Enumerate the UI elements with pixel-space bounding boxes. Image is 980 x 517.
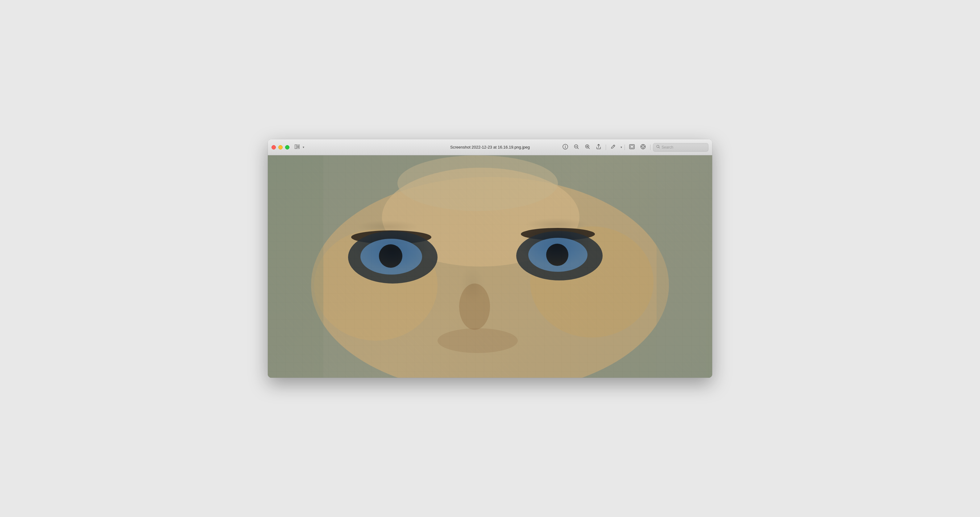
svg-rect-42 (268, 155, 323, 378)
minimize-button[interactable] (278, 145, 283, 150)
titlebar: ▾ Screenshot 2022-12-23 at 16.16.19.png.… (268, 139, 712, 155)
svg-line-14 (589, 148, 590, 149)
svg-line-10 (578, 148, 579, 149)
svg-point-7 (565, 145, 566, 146)
svg-line-15 (613, 145, 614, 147)
sidebar-toggle-button[interactable] (293, 143, 302, 152)
search-input[interactable] (662, 145, 705, 150)
svg-rect-17 (630, 145, 633, 148)
svg-point-38 (546, 244, 568, 266)
window-title: Screenshot 2022-12-23 at 16.16.19.png.jp… (450, 145, 530, 150)
zoom-in-button[interactable] (583, 143, 592, 152)
toolbar-divider (606, 145, 606, 150)
search-icon (656, 145, 660, 150)
svg-line-25 (659, 147, 660, 148)
svg-point-40 (438, 328, 518, 353)
close-button[interactable] (272, 145, 276, 150)
annotate-chevron-icon[interactable]: ▾ (620, 145, 622, 149)
svg-point-37 (379, 244, 402, 268)
svg-point-41 (398, 155, 558, 211)
share-button[interactable] (594, 143, 603, 152)
maximize-button[interactable] (285, 145, 290, 150)
zoom-out-icon (574, 144, 579, 151)
image-area (268, 155, 712, 378)
annotate-button[interactable] (608, 143, 618, 152)
svg-rect-0 (295, 145, 296, 149)
info-icon (563, 144, 568, 151)
markup-icon (640, 144, 646, 151)
window-button[interactable] (627, 143, 636, 152)
chevron-down-icon[interactable]: ▾ (303, 145, 304, 149)
sidebar-icon (295, 145, 300, 150)
mosaic-image (268, 155, 712, 378)
markup-button[interactable] (638, 143, 648, 152)
search-bar[interactable] (653, 143, 708, 152)
annotate-icon (610, 144, 616, 151)
traffic-lights (272, 145, 290, 150)
svg-point-39 (459, 284, 490, 330)
zoom-out-button[interactable] (572, 143, 581, 152)
toolbar-right: ▾ (561, 143, 708, 152)
zoom-in-icon (585, 144, 590, 151)
window-icon (629, 144, 635, 150)
toolbar-divider-3 (650, 145, 651, 150)
svg-rect-43 (657, 155, 712, 378)
app-window: ▾ Screenshot 2022-12-23 at 16.16.19.png.… (268, 139, 712, 378)
svg-point-19 (642, 145, 644, 148)
info-button[interactable] (561, 143, 570, 152)
share-icon (596, 144, 601, 151)
mosaic-svg (268, 155, 712, 378)
